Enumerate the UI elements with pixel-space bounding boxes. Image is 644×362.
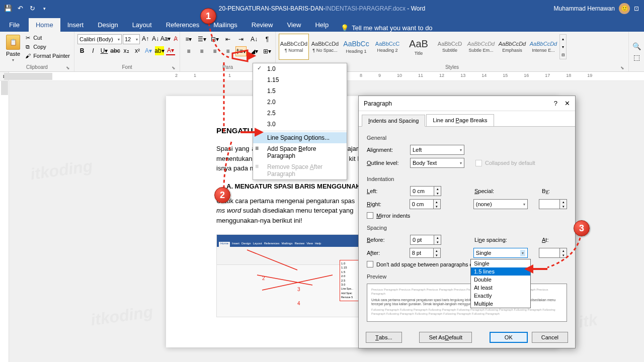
clipboard-launcher-icon[interactable]: ⬊ xyxy=(66,65,70,70)
styles-launcher-icon[interactable]: ⬊ xyxy=(620,65,624,70)
ls-combo-double[interactable]: Double xyxy=(471,276,530,284)
tab-layout[interactable]: Layout xyxy=(125,18,159,32)
italic-button[interactable]: I xyxy=(89,46,98,55)
tab-help[interactable]: Help xyxy=(308,18,336,32)
ribbon-options-icon[interactable]: ⊡ xyxy=(634,5,639,12)
ls-option-15[interactable]: 1.5 xyxy=(253,85,347,97)
ls-combo-single[interactable]: Single xyxy=(471,259,530,267)
indent-left-input[interactable]: 0 cm xyxy=(410,186,434,196)
alignment-select[interactable]: Left▾ xyxy=(410,145,464,155)
format-painter-button[interactable]: 🖌Format Painter xyxy=(23,52,71,60)
font-color-icon[interactable]: A▾ xyxy=(166,46,175,55)
indent-right-label: Right: xyxy=(367,201,406,207)
dialog-tab-breaks[interactable]: Line and Page Breaks xyxy=(426,114,494,126)
superscript-button[interactable]: x² xyxy=(133,46,142,55)
style-nospacing[interactable]: AaBbCcDd¶ No Spac... xyxy=(310,34,340,60)
clear-formatting-icon[interactable]: A̷ xyxy=(171,34,180,43)
cancel-button[interactable]: Cancel xyxy=(532,332,568,343)
styles-scroll[interactable]: ▴▾⊟ xyxy=(559,34,567,59)
tab-insert[interactable]: Insert xyxy=(60,18,91,32)
ls-option-30[interactable]: 3.0 xyxy=(253,119,347,130)
select-icon[interactable]: ⬚ xyxy=(633,53,640,61)
font-launcher-icon[interactable]: ⬊ xyxy=(172,65,176,70)
dialog-tab-indents[interactable]: Indents and Spacing xyxy=(362,115,425,127)
highlight-icon[interactable]: ab▾ xyxy=(155,46,164,55)
text-effects-icon[interactable]: A▾ xyxy=(144,46,153,55)
subscript-button[interactable]: x₂ xyxy=(122,46,131,55)
ls-combo-multiple[interactable]: Multiple xyxy=(471,300,530,308)
styles-gallery[interactable]: AaBbCcDd¶ Normal AaBbCcDd¶ No Spac... Aa… xyxy=(279,33,567,61)
style-subtle-em[interactable]: AaBbCcDdSubtle Em... xyxy=(466,34,496,60)
style-heading2[interactable]: AaBbCcCHeading 2 xyxy=(372,34,403,60)
copy-button[interactable]: ⧉Copy xyxy=(23,43,71,51)
style-title[interactable]: AaBTitle xyxy=(404,34,434,60)
ls-option-20[interactable]: 2.0 xyxy=(253,97,347,108)
undo-icon[interactable]: ↶ xyxy=(15,4,25,14)
bold-button[interactable]: B xyxy=(77,46,87,55)
ls-option-10[interactable]: ✓1.0 xyxy=(253,63,347,74)
close-icon[interactable]: ✕ xyxy=(565,100,570,107)
after-input[interactable]: 8 pt xyxy=(410,248,434,258)
ls-remove-after[interactable]: ≡Remove Space After Paragraph xyxy=(253,161,347,179)
indent-left-spinner[interactable]: ▴▾ xyxy=(434,186,441,196)
bullets-button[interactable]: ≡▾ xyxy=(183,34,194,44)
by-input[interactable] xyxy=(539,199,560,209)
grow-font-icon[interactable]: A↑ xyxy=(141,34,150,43)
before-input[interactable]: 0 pt xyxy=(410,235,434,245)
style-intense-em[interactable]: AaBbCcDdIntense E... xyxy=(528,34,558,60)
ls-combo-atleast[interactable]: At least xyxy=(471,284,530,292)
ls-combo-15lines[interactable]: 1.5 lines xyxy=(471,267,530,276)
ls-options-item[interactable]: Line Spacing Options... xyxy=(253,132,347,143)
indent-right-spinner[interactable]: ▴▾ xyxy=(434,199,441,209)
outline-select[interactable]: Body Text▾ xyxy=(410,158,464,168)
ls-add-before[interactable]: ≡Add Space Before Paragraph xyxy=(253,143,347,161)
show-marks-button[interactable]: ¶ xyxy=(262,34,273,44)
tab-review[interactable]: Review xyxy=(245,18,280,32)
find-icon[interactable]: 🔍 xyxy=(632,42,641,50)
font-size-combo[interactable]: 12▾ xyxy=(123,34,140,44)
tab-references[interactable]: References xyxy=(159,18,206,32)
style-normal[interactable]: AaBbCcDd¶ Normal xyxy=(279,34,309,60)
cut-button[interactable]: ✂Cut xyxy=(23,34,71,42)
style-subtitle[interactable]: AaBbCcDSubtitle xyxy=(435,34,465,60)
font-name-combo[interactable]: Calibri (Body)▾ xyxy=(77,34,122,44)
special-select[interactable]: (none)▾ xyxy=(473,199,528,209)
tab-design[interactable]: Design xyxy=(91,18,125,32)
tab-file[interactable]: File xyxy=(0,18,29,32)
set-default-button[interactable]: Set As Default xyxy=(419,332,472,343)
tabs-button[interactable]: Tabs... xyxy=(366,332,402,343)
dont-add-checkbox[interactable] xyxy=(367,261,373,267)
borders-button[interactable]: ⊞▾ xyxy=(262,46,273,56)
shrink-font-icon[interactable]: A↓ xyxy=(151,34,160,43)
redo-icon[interactable]: ↻ xyxy=(27,4,37,14)
change-case-icon[interactable]: Aa▾ xyxy=(161,34,170,43)
vertical-ruler[interactable] xyxy=(0,81,9,362)
user-avatar-icon[interactable]: 🙂 xyxy=(619,3,630,14)
qat-more-icon[interactable]: ▾ xyxy=(39,4,49,14)
tell-me-search[interactable]: 💡 Tell me what you want to do xyxy=(341,24,432,32)
paste-button[interactable]: 📋 Paste ▾ xyxy=(3,33,23,64)
ls-option-115[interactable]: 1.15 xyxy=(253,74,347,85)
strike-button[interactable]: abc xyxy=(111,46,120,55)
by-spinner[interactable]: ▴▾ xyxy=(560,199,567,209)
ls-option-25[interactable]: 2.5 xyxy=(253,108,347,119)
indent-right-input[interactable]: 0 cm xyxy=(410,199,434,209)
ok-button[interactable]: OK xyxy=(490,332,528,343)
tab-home[interactable]: Home xyxy=(29,18,60,32)
linespacing-select[interactable]: Single▾ xyxy=(473,248,528,258)
collapsed-label: Collapsed by default xyxy=(485,160,535,166)
before-spinner[interactable]: ▴▾ xyxy=(434,235,441,245)
save-icon[interactable]: 💾 xyxy=(3,4,13,14)
style-emphasis[interactable]: AaBbCcDdEmphasis xyxy=(497,34,527,60)
increase-indent-button[interactable]: ⇥ xyxy=(235,34,247,44)
after-spinner[interactable]: ▴▾ xyxy=(434,248,441,258)
mirror-checkbox[interactable] xyxy=(367,212,373,219)
align-left-button[interactable]: ≡ xyxy=(183,46,194,56)
help-icon[interactable]: ? xyxy=(554,100,557,107)
style-heading1[interactable]: AaBbCcHeading 1 xyxy=(341,34,371,60)
underline-button[interactable]: U▾ xyxy=(100,46,109,55)
tab-view[interactable]: View xyxy=(280,18,308,32)
ls-combo-exactly[interactable]: Exactly xyxy=(471,292,530,300)
svg-marker-7 xyxy=(247,51,256,60)
sort-button[interactable]: A↓ xyxy=(249,34,260,44)
